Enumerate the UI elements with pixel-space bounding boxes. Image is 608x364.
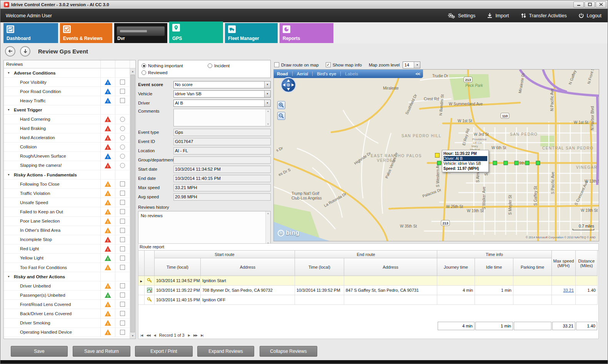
- review-row[interactable]: Incomplete Stop: [4, 235, 130, 244]
- settings-button[interactable]: Settings: [448, 13, 475, 19]
- review-row[interactable]: Adverse Conditions: [4, 68, 130, 78]
- review-row[interactable]: Event Trigger: [4, 105, 130, 115]
- field-input[interactable]: [173, 156, 271, 164]
- field-input[interactable]: Gps: [173, 129, 271, 136]
- review-toggle[interactable]: [120, 145, 125, 150]
- col-end-time[interactable]: Time (local): [295, 258, 344, 276]
- scroll-down-button[interactable]: [20, 46, 30, 57]
- review-row[interactable]: Red Light: [4, 244, 130, 254]
- review-toggle[interactable]: [120, 154, 125, 159]
- review-toggle[interactable]: [120, 209, 125, 214]
- col-max-speed[interactable]: Max speed (MPH): [552, 251, 576, 276]
- pager-fast-next-icon[interactable]: [193, 334, 197, 337]
- tab-fleet-manager[interactable]: Fleet Manager: [225, 23, 278, 43]
- expander-icon[interactable]: [7, 272, 12, 281]
- maximize-button[interactable]: [585, 2, 595, 8]
- review-row[interactable]: Driver Smoking: [4, 319, 130, 328]
- map-compass-control[interactable]: [280, 76, 297, 93]
- scroll-up-icon[interactable]: ▲: [130, 68, 135, 74]
- tab-reports[interactable]: Reports: [280, 23, 333, 43]
- review-toggle[interactable]: [120, 256, 125, 261]
- route-point-marker[interactable]: [437, 161, 441, 165]
- bing-map[interactable]: 213110213 Trudie DrMiralestePeck ParkCre…: [273, 69, 599, 241]
- review-toggle[interactable]: [120, 237, 125, 242]
- review-row[interactable]: Traffic Violation: [4, 189, 130, 198]
- route-point-marker[interactable]: [504, 161, 508, 165]
- route-report-row[interactable]: 10/3/2014 11:40:15 PM Ignition OFF: [138, 295, 598, 305]
- review-toggle[interactable]: [120, 200, 125, 205]
- col-start-time[interactable]: Time (local): [155, 258, 201, 276]
- reviews-scrollbar[interactable]: ▲ ▼: [130, 68, 135, 339]
- scroll-up-icon[interactable]: ▲: [267, 110, 269, 112]
- review-row[interactable]: In Other's Blind Area: [4, 226, 130, 235]
- col-group-time-info[interactable]: Time info: [437, 251, 552, 258]
- review-toggle[interactable]: [120, 311, 125, 316]
- review-row[interactable]: Slapping the camera!: [4, 161, 130, 170]
- review-toggle[interactable]: [120, 181, 125, 186]
- review-toggle[interactable]: [120, 135, 125, 140]
- route-point-marker[interactable]: [536, 161, 540, 165]
- current-position-marker[interactable]: [435, 153, 440, 158]
- col-distance[interactable]: Distance (Miles): [576, 251, 598, 276]
- tab-dvr[interactable]: Dvr: [114, 23, 167, 43]
- back-button[interactable]: [5, 46, 15, 57]
- review-toggle[interactable]: [120, 80, 125, 85]
- logout-button[interactable]: Logout: [578, 13, 601, 18]
- scroll-up-icon[interactable]: ▲: [267, 212, 269, 214]
- map-view-aerial-button[interactable]: Aerial: [297, 71, 308, 76]
- review-toggle[interactable]: [120, 219, 125, 224]
- review-row[interactable]: Poor Road Condition: [4, 87, 130, 96]
- minimize-button[interactable]: [573, 2, 584, 8]
- review-row[interactable]: Poor Visibility: [4, 78, 130, 87]
- col-journey-time[interactable]: Journey time: [437, 258, 475, 276]
- field-select[interactable]: Al B ▼: [173, 100, 271, 107]
- review-row[interactable]: Failed to Keep an Out: [4, 207, 130, 216]
- review-toggle[interactable]: [120, 228, 125, 233]
- review-row[interactable]: Driver Unbelted: [4, 281, 130, 291]
- review-row[interactable]: Unsafe Speed: [4, 198, 130, 207]
- chevron-down-icon[interactable]: ▼: [414, 62, 420, 68]
- status-nothing-important-radio[interactable]: Nothing important: [142, 63, 183, 68]
- col-end-address[interactable]: Address: [344, 258, 437, 276]
- review-toggle[interactable]: [120, 117, 125, 122]
- import-button[interactable]: Import: [487, 13, 509, 18]
- map-view-road-button[interactable]: Road: [277, 71, 288, 76]
- expander-icon[interactable]: [7, 105, 12, 114]
- expander-icon[interactable]: [7, 68, 12, 77]
- map-view-birdseye-button[interactable]: Bird's eye: [317, 71, 336, 76]
- map-zoom-in-button[interactable]: [277, 101, 285, 109]
- export-print-button[interactable]: Export / Print: [135, 346, 193, 357]
- review-toggle[interactable]: [120, 89, 125, 94]
- review-toggle[interactable]: [120, 246, 125, 251]
- review-toggle[interactable]: [120, 126, 125, 131]
- pager-prev-icon[interactable]: [154, 334, 156, 337]
- tab-dashboard[interactable]: Dashboard: [3, 23, 58, 43]
- field-input[interactable]: 20.98 MPH: [173, 193, 271, 201]
- status-reviewed-radio[interactable]: Reviewed: [142, 70, 168, 75]
- pager-last-icon[interactable]: [201, 334, 203, 337]
- pager-fast-prev-icon[interactable]: [146, 334, 150, 337]
- review-row[interactable]: Risky and Other Actions: [4, 272, 130, 281]
- review-row[interactable]: Hard Cornering: [4, 115, 130, 124]
- expand-reviews-button[interactable]: Expand Reviews: [197, 346, 254, 357]
- review-toggle[interactable]: [120, 163, 125, 168]
- review-toggle[interactable]: [120, 293, 125, 298]
- review-row[interactable]: Heavy Traffic: [4, 96, 130, 105]
- review-row[interactable]: Too Fast For Conditions: [4, 263, 130, 272]
- pager-first-icon[interactable]: [140, 334, 143, 337]
- review-row[interactable]: Passenger(s) Unbelted: [4, 291, 130, 300]
- map-zoom-level-select[interactable]: 14 ▼: [403, 61, 420, 68]
- review-toggle[interactable]: [120, 283, 125, 288]
- field-select[interactable]: idrive Van SB ▼: [173, 90, 271, 98]
- map-canvas[interactable]: 213110213 Trudie DrMiralestePeck ParkCre…: [274, 70, 599, 241]
- field-input[interactable]: 33.21 MPH: [173, 184, 271, 191]
- review-row[interactable]: Collision: [4, 143, 130, 152]
- textarea-scrollbar[interactable]: ▲▼: [265, 109, 270, 126]
- review-row[interactable]: Operating Handled Device: [4, 328, 130, 337]
- scroll-down-icon[interactable]: ▼: [130, 333, 135, 339]
- review-toggle[interactable]: [120, 321, 125, 326]
- collapse-reviews-button[interactable]: Collapse Reviews: [260, 346, 317, 357]
- comments-textarea[interactable]: ▲▼: [173, 109, 271, 126]
- chevron-down-icon[interactable]: ▼: [264, 81, 270, 88]
- review-row[interactable]: Risky Actions - Fundamentals: [4, 170, 130, 180]
